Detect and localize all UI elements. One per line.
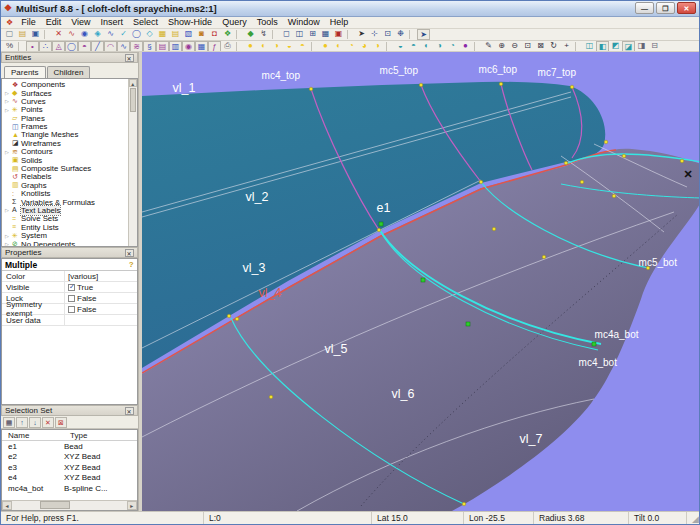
menu-show-hide[interactable]: Show-Hide xyxy=(163,17,217,27)
view-top-icon[interactable]: ◓ xyxy=(407,41,420,52)
expand-arrow-icon[interactable]: ▷ xyxy=(5,90,12,96)
label-vl_1[interactable]: vl_1 xyxy=(173,81,196,95)
surface-tool-icon[interactable]: ▦ xyxy=(156,29,169,40)
properties-close-icon[interactable]: ✕ xyxy=(125,249,134,257)
zoom-out-icon[interactable]: ⊖ xyxy=(508,41,521,52)
hide-selected-icon[interactable]: ◑ xyxy=(270,41,283,52)
insert-snake-icon[interactable]: § xyxy=(143,41,156,52)
scroll-left-icon[interactable]: ◄ xyxy=(2,501,12,510)
zoom-fit-icon[interactable]: ⊠ xyxy=(534,41,547,52)
label-vl_4[interactable]: vl_4 xyxy=(259,286,282,300)
relabel-tool-icon[interactable]: ◘ xyxy=(208,29,221,40)
select-all-icon[interactable]: ❉ xyxy=(394,29,407,40)
menu-query[interactable]: Query xyxy=(217,17,252,27)
insert-point-icon[interactable]: • xyxy=(26,41,39,52)
sketch-icon[interactable]: ✎ xyxy=(482,41,495,52)
solid-tool-icon[interactable]: ▧ xyxy=(182,29,195,40)
open-file-icon[interactable]: ▤ xyxy=(16,29,29,40)
column-type[interactable]: Type xyxy=(64,431,137,440)
label-mc5_top[interactable]: mc5_top xyxy=(380,65,418,76)
property-value[interactable]: ● False xyxy=(64,293,137,303)
label-vl_5[interactable]: vl_5 xyxy=(325,342,348,356)
3d-viewport[interactable]: vl_1mc4_topmc5_topmc6_topmc7_topvl_2e1vl… xyxy=(142,52,699,511)
minimize-button[interactable]: — xyxy=(635,2,654,14)
e3[interactable]: e3 XYZ Bead xyxy=(2,462,137,472)
window-1view-icon[interactable]: ◻ xyxy=(280,29,293,40)
select-list-icon[interactable]: ▦ xyxy=(3,417,15,428)
invert-visibility-icon[interactable]: ◕ xyxy=(358,41,371,52)
property-value[interactable]: ● True xyxy=(64,282,137,292)
insert-line-icon[interactable]: ╱ xyxy=(91,41,104,52)
label-vl_2[interactable]: vl_2 xyxy=(246,190,269,204)
expand-arrow-icon[interactable]: ▷ xyxy=(5,149,12,155)
label-vl_7[interactable]: vl_7 xyxy=(520,432,543,446)
display-options-icon[interactable]: ⊟ xyxy=(648,41,661,52)
tree-item-no-dependents[interactable]: ▷ ⊘ No Dependents xyxy=(2,240,128,248)
hide-parents-icon[interactable]: ◓ xyxy=(296,41,309,52)
expand-arrow-icon[interactable]: ▷ xyxy=(5,233,12,239)
insert-surface-icon[interactable]: ▤ xyxy=(156,41,169,52)
show-all-icon[interactable]: ● xyxy=(244,41,257,52)
shaded-display-icon[interactable]: ◩ xyxy=(609,41,622,52)
menu-view[interactable]: View xyxy=(66,17,95,27)
mc4a_bot[interactable]: mc4a_bot B-spline C... xyxy=(2,483,137,493)
window-3view-icon[interactable]: ⊞ xyxy=(306,29,319,40)
selection-set-close-icon[interactable]: ✕ xyxy=(125,407,134,415)
menu-tools[interactable]: Tools xyxy=(252,17,283,27)
hide-all-icon[interactable]: ◑ xyxy=(371,41,384,52)
snake-tool-icon[interactable]: ∿ xyxy=(104,29,117,40)
print-icon[interactable]: ⎙ xyxy=(221,41,234,52)
show-parents-icon[interactable]: ◒ xyxy=(283,41,296,52)
window-2view-icon[interactable]: ◫ xyxy=(293,29,306,40)
menu-help[interactable]: Help xyxy=(325,17,354,27)
e2[interactable]: e2 XYZ Bead xyxy=(2,452,137,462)
checkbox[interactable] xyxy=(68,284,75,291)
entities-scrollbar[interactable]: ▲ xyxy=(128,79,137,246)
curve-tool-icon[interactable]: ∿ xyxy=(65,29,78,40)
insert-loft-surface-icon[interactable]: ▦ xyxy=(195,41,208,52)
frame-tool-icon[interactable]: ◇ xyxy=(143,29,156,40)
entity-dropdown-icon[interactable]: ↯ xyxy=(257,29,270,40)
show-children-icon[interactable]: ● xyxy=(319,41,332,52)
view-persp-icon[interactable]: ◑ xyxy=(433,41,446,52)
menu-file[interactable]: File xyxy=(16,17,41,27)
new-file-icon[interactable]: ▢ xyxy=(3,29,16,40)
column-name[interactable]: Name xyxy=(2,431,64,440)
clear-selection-icon[interactable]: ⊠ xyxy=(55,417,67,428)
mesh-tool-icon[interactable]: ▤ xyxy=(169,29,182,40)
insert-ring-icon[interactable]: ◯ xyxy=(65,41,78,52)
wireframe-display-icon[interactable]: ◫ xyxy=(583,41,596,52)
label-e1[interactable]: e1 xyxy=(377,201,391,215)
move-up-icon[interactable]: ↑ xyxy=(16,417,28,428)
view-side-icon[interactable]: ◐ xyxy=(420,41,433,52)
bead-tool-icon[interactable]: ◈ xyxy=(91,29,104,40)
scroll-thumb[interactable] xyxy=(40,501,70,509)
contour-tool-icon[interactable]: ◙ xyxy=(195,29,208,40)
label-vl_3[interactable]: vl_3 xyxy=(243,261,266,275)
divide-tool-icon[interactable]: % xyxy=(3,41,16,52)
remove-entity-icon[interactable]: ✕ xyxy=(42,417,54,428)
selection-hscrollbar[interactable]: ◄ ► xyxy=(2,500,137,510)
zoom-in-icon[interactable]: ⊕ xyxy=(495,41,508,52)
blink-visibility-icon[interactable]: ◔ xyxy=(345,41,358,52)
rotate-view-icon[interactable]: ↻ xyxy=(547,41,560,52)
label-mc4a_bot[interactable]: mc4a_bot xyxy=(595,329,639,340)
insert-magnet-icon[interactable]: ◓ xyxy=(78,41,91,52)
insert-entity-icon[interactable]: ◆ xyxy=(244,29,257,40)
help-question-icon[interactable]: ? xyxy=(129,260,134,269)
select-add-icon[interactable]: ⊹ xyxy=(368,29,381,40)
viewport-canvas[interactable] xyxy=(142,52,699,511)
menu-select[interactable]: Select xyxy=(128,17,163,27)
select-pointer-icon[interactable]: ➤ xyxy=(355,29,368,40)
expand-arrow-icon[interactable]: ▷ xyxy=(5,241,12,247)
close-button[interactable]: ✕ xyxy=(677,2,696,14)
menu-window[interactable]: Window xyxy=(283,17,325,27)
view-front-icon[interactable]: ◒ xyxy=(394,41,407,52)
tab-children[interactable]: Children xyxy=(47,66,91,78)
insert-formula-icon[interactable]: ƒ xyxy=(208,41,221,52)
expand-arrow-icon[interactable]: ▷ xyxy=(5,207,12,213)
expand-arrow-icon[interactable]: ▷ xyxy=(5,107,12,113)
pan-icon[interactable]: + xyxy=(560,41,573,52)
insert-arc-icon[interactable]: ◠ xyxy=(104,41,117,52)
expand-arrow-icon[interactable]: ▷ xyxy=(5,98,12,104)
